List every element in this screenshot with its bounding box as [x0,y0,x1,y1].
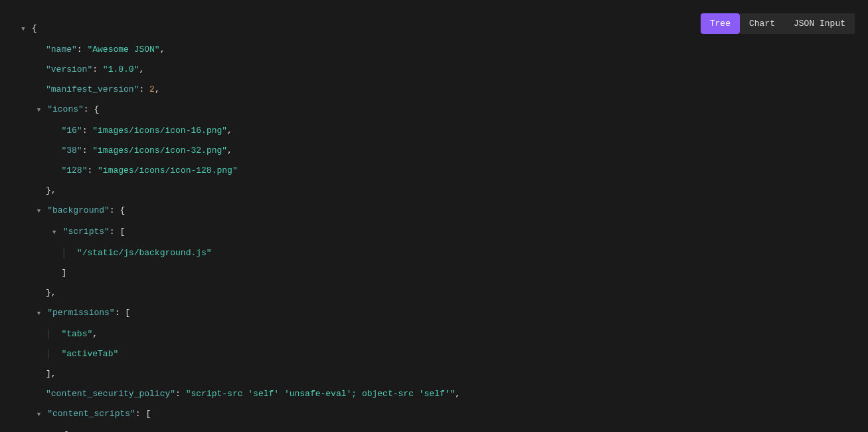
json-key: "38" [61,146,82,156]
bracket-close: ] [61,268,66,278]
json-key: "icons" [47,104,84,114]
caret-icon[interactable]: ▼ [35,410,42,420]
caret-icon[interactable]: ▼ [20,25,27,35]
brace-close: } [46,288,51,298]
json-string: "/static/js/background.js" [77,248,212,258]
json-key: "content_security_policy" [46,389,175,399]
json-key: "128" [61,165,87,175]
caret-icon[interactable]: ▼ [35,106,42,116]
tab-json-input[interactable]: JSON Input [784,13,855,34]
json-key: "permissions" [47,308,114,318]
json-string: "1.0.0" [103,64,139,74]
json-string: "images/icons/icon-32.png" [92,146,227,156]
json-tree: ▼ { "name": "Awesome JSON", "version": "… [0,0,868,432]
json-key: "version" [46,64,92,74]
json-key: "16" [61,126,82,136]
brace-close: } [46,185,51,195]
json-key: "scripts" [63,227,110,237]
tab-tree[interactable]: Tree [701,13,740,34]
json-string: "tabs" [61,329,92,339]
json-string: "Awesome JSON" [87,45,159,54]
view-tabs: Tree Chart JSON Input [701,13,855,34]
brace-open: { [32,23,37,33]
caret-icon[interactable]: ▼ [51,228,58,238]
json-key: "name" [46,45,77,54]
caret-icon[interactable]: ▼ [35,207,42,217]
json-string: "activeTab" [61,349,118,359]
json-key: "content_scripts" [47,409,135,419]
json-key: "background" [47,205,110,215]
json-number: 2 [149,84,155,94]
json-key: "manifest_version" [46,84,139,94]
tab-chart[interactable]: Chart [740,13,784,34]
caret-icon[interactable]: ▼ [35,309,42,319]
json-string: "images/icons/icon-16.png" [92,126,227,136]
bracket-close: ] [46,369,51,379]
json-string: "images/icons/icon-128.png" [98,165,238,175]
json-string: "script-src 'self' 'unsafe-eval'; object… [186,389,456,399]
